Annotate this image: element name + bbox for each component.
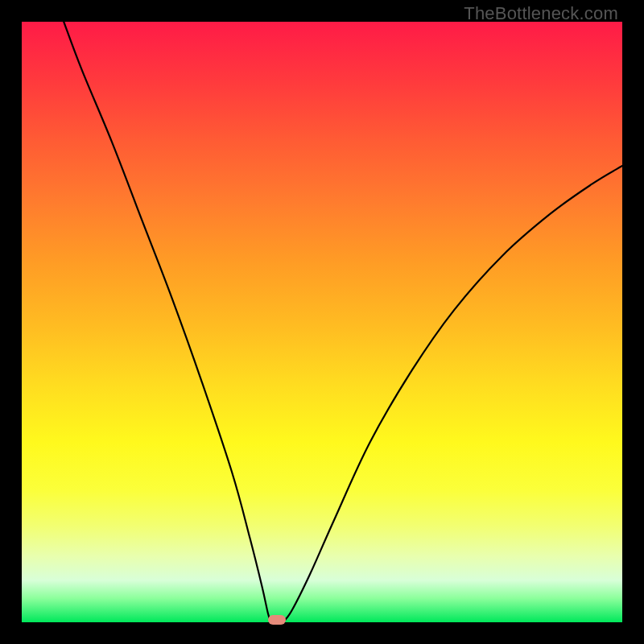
left-curve-path	[64, 22, 270, 622]
plot-area	[22, 22, 622, 622]
minimum-marker	[268, 615, 286, 625]
bottleneck-curve	[22, 22, 622, 622]
watermark-text: TheBottleneck.com	[464, 3, 618, 24]
right-curve-path	[283, 166, 622, 622]
chart-frame: TheBottleneck.com	[0, 0, 644, 644]
